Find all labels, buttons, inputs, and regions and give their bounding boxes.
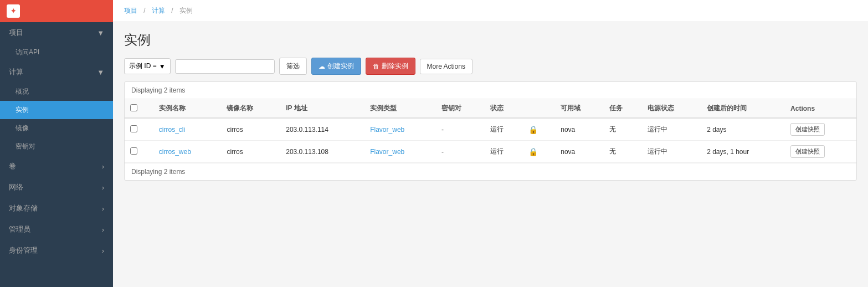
row2-keypair: - — [436, 141, 485, 163]
breadcrumb-instance: 实例 — [179, 7, 193, 14]
topbar: 项目 / 计算 / 实例 — [113, 0, 868, 22]
row1-snapshot-button[interactable]: 创建快照 — [790, 123, 825, 136]
sidebar-item-image-label: 镜像 — [16, 124, 29, 132]
row1-status: 运行 — [485, 118, 523, 141]
row1-keypair: - — [436, 118, 485, 141]
row1-lock-icon: 🔒 — [523, 118, 555, 141]
toolbar: 示例 ID = ▼ 筛选 ☁ 创建实例 🗑 删除实例 More Actions — [124, 58, 857, 75]
chevron-right-icon: › — [102, 247, 104, 255]
chevron-right-icon: › — [102, 162, 104, 171]
table-header-row: 实例名称 镜像名称 IP 地址 实例类型 密钥对 状态 可用域 任务 电源状态 … — [125, 99, 856, 118]
sidebar-item-volume[interactable]: 卷 › — [0, 156, 113, 177]
col-name: 实例名称 — [153, 99, 222, 118]
row1-task: 无 — [604, 118, 642, 141]
chevron-right-icon: › — [102, 226, 104, 234]
filter-chevron-icon: ▼ — [159, 63, 166, 70]
sidebar-item-volume-label: 卷 — [9, 161, 16, 171]
create-instance-button[interactable]: ☁ 创建实例 — [311, 58, 361, 75]
row2-power: 运行中 — [642, 141, 701, 163]
row2-ip: 203.0.113.108 — [280, 141, 364, 163]
delete-instance-button[interactable]: 🗑 删除实例 — [366, 58, 415, 75]
sidebar-item-compute-label: 计算 — [9, 67, 23, 77]
row1-ip: 203.0.113.114 — [280, 118, 364, 141]
col-ip: IP 地址 — [280, 99, 364, 118]
row2-name-link[interactable]: cirros_web — [159, 148, 191, 156]
col-task: 任务 — [604, 99, 642, 118]
row1-name: cirros_cli — [153, 118, 222, 141]
row2-zone: nova — [555, 141, 604, 163]
row1-name-link[interactable]: cirros_cli — [159, 126, 185, 134]
create-instance-label: 创建实例 — [327, 62, 354, 71]
search-input[interactable] — [175, 59, 275, 74]
row2-created: 2 days, 1 hour — [701, 141, 785, 163]
table-row: cirros_cli cirros 203.0.113.114 Flavor_w… — [125, 118, 856, 141]
col-created: 创建后的时间 — [701, 99, 785, 118]
col-keypair: 密钥对 — [436, 99, 485, 118]
sidebar-item-compute[interactable]: 计算 ▼ — [0, 62, 113, 83]
row1-select-checkbox[interactable] — [130, 125, 137, 132]
breadcrumb-sep1: / — [143, 7, 147, 14]
sidebar-item-overview-label: 概况 — [16, 88, 29, 95]
sidebar-item-identity[interactable]: 身份管理 › — [0, 240, 113, 261]
row1-checkbox — [125, 118, 153, 141]
trash-icon: 🗑 — [373, 63, 379, 70]
table-info-bottom: Displaying 2 items — [125, 163, 856, 180]
delete-instance-label: 删除实例 — [382, 62, 408, 71]
filter-button[interactable]: 筛选 — [279, 58, 307, 75]
page-content: 实例 示例 ID = ▼ 筛选 ☁ 创建实例 🗑 删除实例 More Actio… — [113, 22, 868, 287]
instances-table: Displaying 2 items 实例名称 镜像名称 IP 地址 实例类型 … — [124, 81, 857, 181]
sidebar-item-visit-api[interactable]: 访问API — [0, 43, 113, 62]
sidebar: ✦ 项目 ▼ 访问API 计算 ▼ 概况 实例 镜像 密钥对 卷 › 网络 › … — [0, 0, 113, 287]
cloud-icon: ☁ — [319, 63, 325, 70]
sidebar-item-admin[interactable]: 管理员 › — [0, 219, 113, 240]
logo-icon: ✦ — [7, 4, 20, 18]
sidebar-item-image[interactable]: 镜像 — [0, 119, 113, 137]
row1-image: cirros — [221, 118, 280, 141]
row2-name: cirros_web — [153, 141, 222, 163]
sidebar-item-network[interactable]: 网络 › — [0, 177, 113, 198]
row1-actions: 创建快照 — [785, 118, 856, 141]
breadcrumb-sep2: / — [171, 7, 175, 14]
logo: ✦ — [0, 0, 113, 22]
sidebar-item-project[interactable]: 项目 ▼ — [0, 22, 113, 43]
row2-task: 无 — [604, 141, 642, 163]
col-status: 状态 — [485, 99, 523, 118]
sidebar-item-instance[interactable]: 实例 — [0, 101, 113, 119]
sidebar-item-instance-label: 实例 — [16, 106, 29, 114]
sidebar-item-visit-api-label: 访问API — [16, 48, 39, 56]
row1-flavor-link[interactable]: Flavor_web — [370, 126, 404, 134]
breadcrumb-compute[interactable]: 计算 — [152, 7, 165, 14]
row2-status: 运行 — [485, 141, 523, 163]
col-checkbox — [125, 99, 153, 118]
row2-snapshot-button[interactable]: 创建快照 — [790, 145, 825, 158]
main-content: 项目 / 计算 / 实例 实例 示例 ID = ▼ 筛选 ☁ 创建实例 🗑 删除… — [113, 0, 868, 287]
sidebar-item-identity-label: 身份管理 — [9, 245, 38, 255]
row1-created: 2 days — [701, 118, 785, 141]
chevron-down-icon: ▼ — [97, 29, 104, 37]
more-actions-button[interactable]: More Actions — [420, 59, 472, 74]
col-zone: 可用域 — [555, 99, 604, 118]
col-actions: Actions — [785, 99, 856, 118]
row2-select-checkbox[interactable] — [130, 147, 137, 155]
sidebar-item-network-label: 网络 — [9, 182, 23, 192]
filter-select[interactable]: 示例 ID = ▼ — [124, 58, 171, 74]
row2-lock-icon: 🔒 — [523, 141, 555, 163]
filter-select-label: 示例 ID = — [129, 62, 157, 71]
chevron-right-icon: › — [102, 183, 104, 192]
sidebar-item-keypair[interactable]: 密钥对 — [0, 137, 113, 156]
row2-actions: 创建快照 — [785, 141, 856, 163]
col-image: 镜像名称 — [221, 99, 280, 118]
sidebar-item-admin-label: 管理员 — [9, 224, 30, 234]
sidebar-item-overview[interactable]: 概况 — [0, 83, 113, 101]
col-status-icon — [523, 99, 555, 118]
row2-flavor-link[interactable]: Flavor_web — [370, 148, 404, 156]
row2-flavor: Flavor_web — [364, 141, 436, 163]
chevron-right-icon: › — [102, 204, 104, 213]
breadcrumb-project[interactable]: 项目 — [124, 7, 137, 14]
select-all-checkbox[interactable] — [130, 104, 137, 111]
sidebar-item-object-storage-label: 对象存储 — [9, 203, 38, 213]
sidebar-item-object-storage[interactable]: 对象存储 › — [0, 198, 113, 219]
col-flavor: 实例类型 — [364, 99, 436, 118]
row1-flavor: Flavor_web — [364, 118, 436, 141]
data-table: 实例名称 镜像名称 IP 地址 实例类型 密钥对 状态 可用域 任务 电源状态 … — [125, 99, 856, 163]
